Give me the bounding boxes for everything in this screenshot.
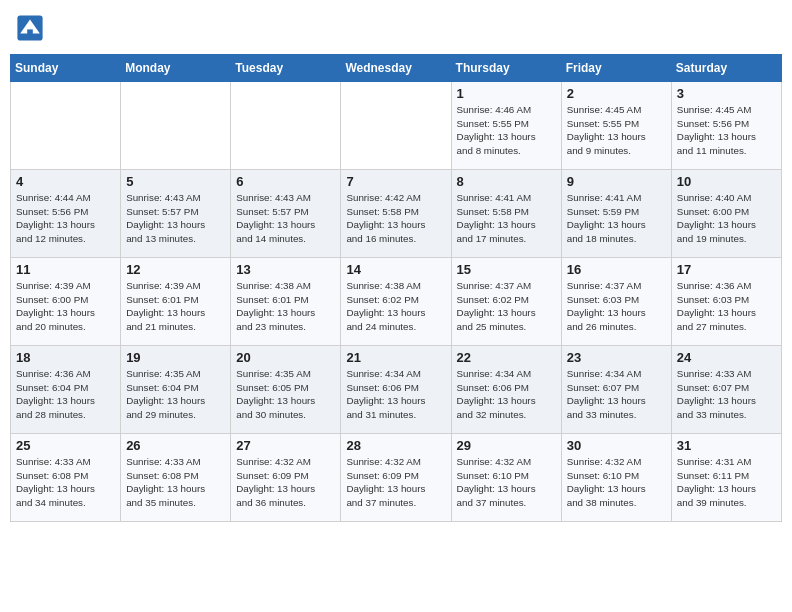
calendar-table: SundayMondayTuesdayWednesdayThursdayFrid…	[10, 54, 782, 522]
day-info: Sunrise: 4:45 AM Sunset: 5:56 PM Dayligh…	[677, 103, 776, 158]
day-info: Sunrise: 4:32 AM Sunset: 6:10 PM Dayligh…	[457, 455, 556, 510]
day-number: 4	[16, 174, 115, 189]
day-info: Sunrise: 4:39 AM Sunset: 6:00 PM Dayligh…	[16, 279, 115, 334]
page-header	[10, 10, 782, 46]
calendar-cell: 19Sunrise: 4:35 AM Sunset: 6:04 PM Dayli…	[121, 346, 231, 434]
weekday-header-thursday: Thursday	[451, 55, 561, 82]
day-info: Sunrise: 4:34 AM Sunset: 6:06 PM Dayligh…	[457, 367, 556, 422]
day-number: 28	[346, 438, 445, 453]
day-number: 15	[457, 262, 556, 277]
day-info: Sunrise: 4:43 AM Sunset: 5:57 PM Dayligh…	[126, 191, 225, 246]
calendar-cell	[121, 82, 231, 170]
day-info: Sunrise: 4:41 AM Sunset: 5:59 PM Dayligh…	[567, 191, 666, 246]
calendar-cell: 15Sunrise: 4:37 AM Sunset: 6:02 PM Dayli…	[451, 258, 561, 346]
day-info: Sunrise: 4:35 AM Sunset: 6:05 PM Dayligh…	[236, 367, 335, 422]
day-number: 29	[457, 438, 556, 453]
calendar-cell: 9Sunrise: 4:41 AM Sunset: 5:59 PM Daylig…	[561, 170, 671, 258]
day-number: 24	[677, 350, 776, 365]
calendar-week-1: 1Sunrise: 4:46 AM Sunset: 5:55 PM Daylig…	[11, 82, 782, 170]
calendar-cell: 27Sunrise: 4:32 AM Sunset: 6:09 PM Dayli…	[231, 434, 341, 522]
day-info: Sunrise: 4:34 AM Sunset: 6:06 PM Dayligh…	[346, 367, 445, 422]
day-number: 12	[126, 262, 225, 277]
calendar-cell: 16Sunrise: 4:37 AM Sunset: 6:03 PM Dayli…	[561, 258, 671, 346]
day-number: 16	[567, 262, 666, 277]
calendar-week-2: 4Sunrise: 4:44 AM Sunset: 5:56 PM Daylig…	[11, 170, 782, 258]
calendar-cell: 10Sunrise: 4:40 AM Sunset: 6:00 PM Dayli…	[671, 170, 781, 258]
weekday-header-friday: Friday	[561, 55, 671, 82]
logo-icon	[16, 14, 44, 42]
calendar-cell: 18Sunrise: 4:36 AM Sunset: 6:04 PM Dayli…	[11, 346, 121, 434]
day-info: Sunrise: 4:33 AM Sunset: 6:08 PM Dayligh…	[126, 455, 225, 510]
weekday-header-tuesday: Tuesday	[231, 55, 341, 82]
calendar-cell: 29Sunrise: 4:32 AM Sunset: 6:10 PM Dayli…	[451, 434, 561, 522]
calendar-cell: 4Sunrise: 4:44 AM Sunset: 5:56 PM Daylig…	[11, 170, 121, 258]
day-number: 8	[457, 174, 556, 189]
day-info: Sunrise: 4:35 AM Sunset: 6:04 PM Dayligh…	[126, 367, 225, 422]
day-number: 27	[236, 438, 335, 453]
calendar-cell: 17Sunrise: 4:36 AM Sunset: 6:03 PM Dayli…	[671, 258, 781, 346]
calendar-cell: 20Sunrise: 4:35 AM Sunset: 6:05 PM Dayli…	[231, 346, 341, 434]
day-number: 7	[346, 174, 445, 189]
day-number: 3	[677, 86, 776, 101]
day-info: Sunrise: 4:34 AM Sunset: 6:07 PM Dayligh…	[567, 367, 666, 422]
calendar-cell: 7Sunrise: 4:42 AM Sunset: 5:58 PM Daylig…	[341, 170, 451, 258]
day-number: 23	[567, 350, 666, 365]
day-info: Sunrise: 4:39 AM Sunset: 6:01 PM Dayligh…	[126, 279, 225, 334]
calendar-cell: 26Sunrise: 4:33 AM Sunset: 6:08 PM Dayli…	[121, 434, 231, 522]
day-info: Sunrise: 4:45 AM Sunset: 5:55 PM Dayligh…	[567, 103, 666, 158]
weekday-header-monday: Monday	[121, 55, 231, 82]
day-info: Sunrise: 4:37 AM Sunset: 6:03 PM Dayligh…	[567, 279, 666, 334]
calendar-cell: 13Sunrise: 4:38 AM Sunset: 6:01 PM Dayli…	[231, 258, 341, 346]
day-number: 30	[567, 438, 666, 453]
day-info: Sunrise: 4:44 AM Sunset: 5:56 PM Dayligh…	[16, 191, 115, 246]
calendar-week-5: 25Sunrise: 4:33 AM Sunset: 6:08 PM Dayli…	[11, 434, 782, 522]
calendar-week-3: 11Sunrise: 4:39 AM Sunset: 6:00 PM Dayli…	[11, 258, 782, 346]
day-number: 1	[457, 86, 556, 101]
calendar-cell: 30Sunrise: 4:32 AM Sunset: 6:10 PM Dayli…	[561, 434, 671, 522]
day-number: 2	[567, 86, 666, 101]
day-info: Sunrise: 4:36 AM Sunset: 6:04 PM Dayligh…	[16, 367, 115, 422]
weekday-header-row: SundayMondayTuesdayWednesdayThursdayFrid…	[11, 55, 782, 82]
day-info: Sunrise: 4:40 AM Sunset: 6:00 PM Dayligh…	[677, 191, 776, 246]
weekday-header-saturday: Saturday	[671, 55, 781, 82]
calendar-cell: 21Sunrise: 4:34 AM Sunset: 6:06 PM Dayli…	[341, 346, 451, 434]
day-number: 11	[16, 262, 115, 277]
calendar-cell: 2Sunrise: 4:45 AM Sunset: 5:55 PM Daylig…	[561, 82, 671, 170]
day-number: 10	[677, 174, 776, 189]
calendar-cell: 25Sunrise: 4:33 AM Sunset: 6:08 PM Dayli…	[11, 434, 121, 522]
calendar-cell: 1Sunrise: 4:46 AM Sunset: 5:55 PM Daylig…	[451, 82, 561, 170]
calendar-cell: 8Sunrise: 4:41 AM Sunset: 5:58 PM Daylig…	[451, 170, 561, 258]
day-number: 18	[16, 350, 115, 365]
day-number: 17	[677, 262, 776, 277]
calendar-cell	[341, 82, 451, 170]
logo	[16, 14, 46, 42]
day-number: 20	[236, 350, 335, 365]
weekday-header-wednesday: Wednesday	[341, 55, 451, 82]
day-info: Sunrise: 4:32 AM Sunset: 6:10 PM Dayligh…	[567, 455, 666, 510]
day-info: Sunrise: 4:46 AM Sunset: 5:55 PM Dayligh…	[457, 103, 556, 158]
calendar-cell: 11Sunrise: 4:39 AM Sunset: 6:00 PM Dayli…	[11, 258, 121, 346]
day-info: Sunrise: 4:38 AM Sunset: 6:02 PM Dayligh…	[346, 279, 445, 334]
calendar-cell: 22Sunrise: 4:34 AM Sunset: 6:06 PM Dayli…	[451, 346, 561, 434]
day-info: Sunrise: 4:33 AM Sunset: 6:07 PM Dayligh…	[677, 367, 776, 422]
day-info: Sunrise: 4:37 AM Sunset: 6:02 PM Dayligh…	[457, 279, 556, 334]
day-info: Sunrise: 4:33 AM Sunset: 6:08 PM Dayligh…	[16, 455, 115, 510]
day-number: 5	[126, 174, 225, 189]
day-info: Sunrise: 4:31 AM Sunset: 6:11 PM Dayligh…	[677, 455, 776, 510]
day-number: 26	[126, 438, 225, 453]
day-info: Sunrise: 4:38 AM Sunset: 6:01 PM Dayligh…	[236, 279, 335, 334]
day-number: 13	[236, 262, 335, 277]
calendar-cell: 24Sunrise: 4:33 AM Sunset: 6:07 PM Dayli…	[671, 346, 781, 434]
day-number: 14	[346, 262, 445, 277]
day-number: 21	[346, 350, 445, 365]
day-number: 6	[236, 174, 335, 189]
calendar-cell: 28Sunrise: 4:32 AM Sunset: 6:09 PM Dayli…	[341, 434, 451, 522]
calendar-cell: 14Sunrise: 4:38 AM Sunset: 6:02 PM Dayli…	[341, 258, 451, 346]
calendar-cell	[231, 82, 341, 170]
day-number: 22	[457, 350, 556, 365]
calendar-cell: 23Sunrise: 4:34 AM Sunset: 6:07 PM Dayli…	[561, 346, 671, 434]
calendar-cell: 6Sunrise: 4:43 AM Sunset: 5:57 PM Daylig…	[231, 170, 341, 258]
day-number: 9	[567, 174, 666, 189]
day-info: Sunrise: 4:41 AM Sunset: 5:58 PM Dayligh…	[457, 191, 556, 246]
day-info: Sunrise: 4:43 AM Sunset: 5:57 PM Dayligh…	[236, 191, 335, 246]
